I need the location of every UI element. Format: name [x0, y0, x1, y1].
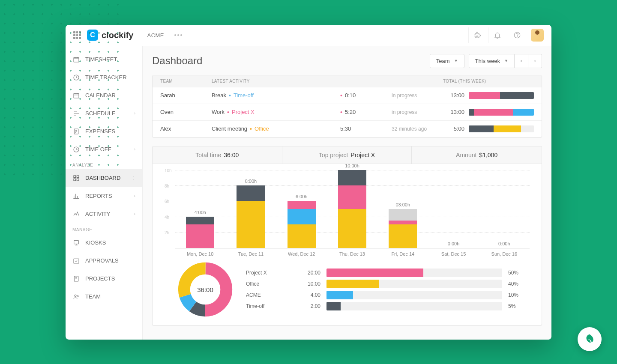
- projects-icon: [72, 275, 80, 283]
- chart-column: 8:00hTue, Dec 11: [225, 170, 276, 256]
- project-name: Office: [246, 281, 289, 287]
- nav-label: APPROVALS: [85, 257, 119, 264]
- project-breakdown-list: Project X 20:00 50%Office 10:00 40%ACME …: [246, 269, 530, 310]
- member-name: Oven: [160, 109, 212, 115]
- project-row: Office 10:00 40%: [246, 280, 530, 288]
- nav-kiosks[interactable]: KIOSKS: [66, 234, 142, 252]
- range-dropdown[interactable]: This week▼: [469, 54, 515, 68]
- caret-down-icon: ▼: [504, 59, 508, 63]
- nav-dashboard[interactable]: DASHBOARD⋮: [66, 169, 142, 187]
- status-text: 32 minutes ago: [392, 126, 443, 132]
- bell-icon[interactable]: [488, 27, 506, 43]
- chart-column: 10:00hThu, Dec 13: [327, 170, 377, 256]
- project-time: 10:00: [295, 281, 320, 287]
- table-row[interactable]: Alex Client meeting•Office 5:30 32 minut…: [153, 121, 542, 137]
- latest-activity: Client meeting•Office: [212, 125, 340, 132]
- kiosks-icon: [72, 239, 80, 247]
- nav-label: TIMESHEET: [85, 56, 117, 63]
- scope-dropdown[interactable]: Team▼: [430, 54, 464, 68]
- nav-calendar[interactable]: CALENDAR: [66, 87, 142, 104]
- nav-expenses[interactable]: EXPENSES: [66, 122, 142, 140]
- nav-time-tracker[interactable]: TIME TRACKER: [66, 69, 142, 87]
- section-manage: MANAGE: [66, 223, 142, 234]
- nav-reports[interactable]: REPORTS›: [66, 187, 142, 205]
- project-pct: 5%: [508, 303, 530, 309]
- clock-icon: [72, 74, 80, 81]
- project-row: Time-off 2:00 5%: [246, 302, 530, 310]
- brand-fab[interactable]: [578, 327, 602, 351]
- stat-amount: Amount$1,000: [412, 146, 542, 164]
- nav-label: EXPENSES: [85, 128, 115, 134]
- nav-schedule[interactable]: SCHEDULE›: [66, 104, 142, 122]
- chart-column: 4:00hMon, Dec 10: [175, 170, 225, 256]
- table-row[interactable]: Sarah Break•Time-off •0:10 in progress 1…: [153, 87, 542, 104]
- col-total: TOTAL (THIS WEEK): [443, 79, 534, 84]
- svg-point-14: [75, 295, 76, 296]
- svg-rect-8: [77, 176, 79, 178]
- nav-label: TIME OFF: [85, 146, 111, 152]
- project-bar: [326, 291, 502, 299]
- chart-card: 2h4h6h8h10h 4:00hMon, Dec 108:00hTue, De…: [152, 164, 542, 325]
- donut-center-label: 36:00: [197, 286, 213, 293]
- help-icon[interactable]: [508, 27, 526, 43]
- chart-column: 0:00hSun, Dec 16: [479, 170, 530, 256]
- team-icon: [72, 293, 80, 301]
- time-bar: [469, 109, 534, 116]
- project-bar: [326, 280, 502, 288]
- chart-column: 03:00hFri, Dec 14: [377, 170, 428, 256]
- table-row[interactable]: Oven Work•Project X •5:20 in progress 13…: [153, 104, 542, 121]
- svg-rect-4: [74, 93, 79, 98]
- member-name: Alex: [160, 125, 212, 132]
- nav-approvals[interactable]: APPROVALS: [66, 252, 142, 270]
- nav-label: KIOSKS: [85, 239, 106, 246]
- date-range-control: This week▼ ‹ ›: [469, 54, 542, 68]
- project-bar: [326, 302, 502, 310]
- nav-timesheet[interactable]: TIMESHEET: [66, 51, 142, 69]
- org-more-icon[interactable]: [174, 34, 182, 36]
- reports-icon: [72, 192, 80, 200]
- nav-team[interactable]: TEAM: [66, 288, 142, 306]
- nav-projects[interactable]: PROJECTS: [66, 270, 142, 288]
- status-text: in progress: [392, 92, 443, 98]
- latest-activity: Break•Time-off: [212, 92, 340, 98]
- total-time: 13:00: [443, 92, 469, 98]
- chevron-right-icon: ›: [134, 212, 135, 216]
- nav-activity[interactable]: ACTIVITY›: [66, 205, 142, 223]
- project-pct: 40%: [508, 281, 530, 287]
- chevron-right-icon: ›: [134, 111, 135, 116]
- svg-point-1: [517, 36, 517, 37]
- scope-value: Team: [436, 58, 450, 64]
- nav-label: TIME TRACKER: [85, 74, 127, 81]
- stat-top-project: Top projectProject X: [282, 146, 412, 164]
- nav-time-off[interactable]: TIME OFF›: [66, 140, 142, 158]
- latest-activity: Work•Project X: [212, 109, 340, 115]
- project-pct: 50%: [508, 270, 530, 276]
- stacked-bar-chart: 2h4h6h8h10h 4:00hMon, Dec 108:00hTue, De…: [165, 170, 530, 256]
- prev-button[interactable]: ‹: [515, 54, 528, 68]
- status-text: in progress: [392, 109, 443, 115]
- duration: •5:20: [340, 109, 392, 116]
- donut-chart: 36:00: [177, 262, 233, 317]
- nav-label: REPORTS: [85, 193, 112, 199]
- avatar[interactable]: [531, 29, 544, 42]
- puzzle-icon[interactable]: [468, 27, 486, 43]
- next-button[interactable]: ›: [528, 54, 542, 68]
- svg-rect-2: [74, 57, 79, 62]
- timesheet-icon: [72, 56, 80, 63]
- project-name: ACME: [246, 292, 289, 298]
- dots-icon: ⋮: [131, 176, 135, 180]
- project-name: Time-off: [246, 303, 289, 309]
- svg-rect-7: [74, 176, 76, 178]
- dashboard-icon: [72, 174, 80, 182]
- nav-label: TEAM: [85, 293, 101, 300]
- timeoff-icon: [72, 146, 80, 153]
- project-row: ACME 4:00 10%: [246, 291, 530, 299]
- nav-label: SCHEDULE: [85, 110, 116, 116]
- stat-total-time: Total time36:00: [153, 146, 282, 164]
- chart-column: 0:00hSat, Dec 15: [428, 170, 479, 256]
- col-team: TEAM: [160, 79, 212, 84]
- duration: 5:30: [340, 125, 392, 132]
- org-name[interactable]: ACME: [147, 32, 164, 39]
- duration: •0:10: [340, 92, 392, 99]
- activity-icon: [72, 210, 80, 218]
